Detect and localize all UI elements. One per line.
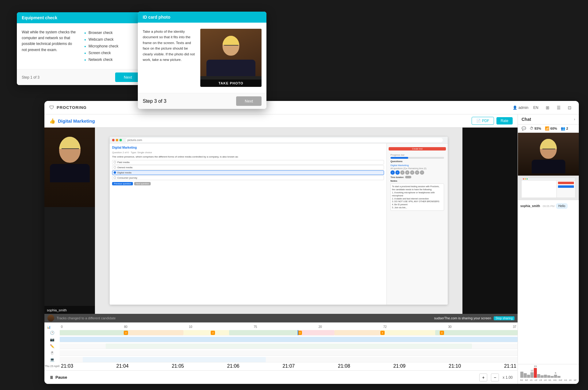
language-selector[interactable]: EN: [531, 106, 541, 110]
notif-stop-badge[interactable]: Stop sharing: [494, 316, 514, 320]
tl-numbers: 0 80 10 75 20 72 30 37: [60, 325, 518, 329]
bottom-bar: ⏸ Pause + − x 1.00: [44, 370, 518, 384]
bar-n1: [551, 376, 554, 378]
tl-time-2105: 21:05: [172, 363, 184, 369]
check-item-browser: Browser check: [84, 29, 141, 36]
stat-val-3: 2: [566, 127, 568, 130]
chat-inner-content: [522, 180, 575, 198]
bar-label-k1: k1: [548, 379, 551, 381]
pause-button[interactable]: ⏸ Pause: [49, 375, 67, 380]
progress-bar-container: [390, 157, 444, 159]
equipment-step: Step 1 of 3: [22, 75, 40, 80]
stat-val-2: 60%: [550, 127, 557, 130]
bar-c2-value: 12: [531, 369, 533, 372]
notification-bar: Tracks changed to a different candidate …: [44, 314, 518, 322]
chat-screen-inner: [518, 176, 579, 200]
top-nav: 🛡 PROCTORING 👤 admin EN ⊞ ☰ ⊡: [44, 101, 579, 114]
chat-chevron-icon[interactable]: ›: [574, 117, 575, 121]
tl-num-72: 72: [383, 325, 387, 329]
notif-avatar: [47, 315, 54, 321]
inner-option-1: Paid media: [112, 160, 384, 165]
equipment-check-modal: Equipment check Wait while the system ch…: [17, 12, 145, 85]
tl-current-line: [298, 330, 298, 336]
stat-count: 👥 2: [561, 126, 568, 131]
webcam-username: sophia_smith: [47, 308, 67, 312]
bar-c2: 12: [530, 369, 533, 378]
timeline-numbers-row: 📊 0 80 10 75 20 72 30 37: [44, 324, 518, 329]
tl-marker-4[interactable]: f: [380, 331, 385, 335]
check-item-screen: Screen check: [84, 50, 141, 56]
pdf-button[interactable]: 📄 PDF: [472, 117, 494, 125]
chat-time: 09:05 PM: [543, 205, 555, 208]
q-btn-5[interactable]: 5: [410, 170, 414, 175]
inner-btn-row: Previous question Next question: [112, 182, 384, 185]
tl-time-2108: 21:08: [338, 363, 350, 369]
q-btn-6[interactable]: 6: [415, 170, 419, 175]
bar-icon: 📶: [545, 126, 549, 131]
tl-marker-3[interactable]: f: [298, 331, 302, 335]
person-face: [223, 36, 239, 56]
tl-row-3: ✏️: [44, 343, 518, 350]
chat-inner-header: [522, 178, 575, 180]
tl-time-2107: 21:07: [282, 363, 295, 369]
user-icon: 👤: [513, 106, 517, 110]
stat-val-1: 93%: [534, 127, 541, 130]
inner-next-button[interactable]: Next question: [134, 182, 151, 185]
tl-marker-1[interactable]: f: [124, 331, 128, 335]
idcard-description: Take a photo of the identity document so…: [143, 29, 195, 87]
q-btn-7[interactable]: 7: [420, 170, 424, 175]
radio-4: [114, 176, 116, 179]
clock-icon: ⏱: [530, 126, 533, 131]
chat-inner-left: [522, 180, 557, 198]
check-item-webcam: Webcam check: [84, 36, 141, 43]
tl-icon-5: 💻: [44, 358, 60, 362]
expand-icon[interactable]: ⊡: [565, 103, 574, 112]
zoom-out-button[interactable]: −: [491, 373, 499, 381]
tl-track5-seg: [83, 357, 266, 362]
q-btn-3[interactable]: 3: [400, 170, 405, 175]
chat-dot-green: [526, 178, 528, 180]
main-panel: 👍 Digital Marketing 📄 PDF Rate: [44, 114, 518, 384]
q-btn-1[interactable]: 1: [390, 170, 395, 175]
idcard-next-button[interactable]: Next: [236, 96, 262, 106]
timer-toggle[interactable]: [405, 176, 411, 178]
bar-chart-container: 12 23: [520, 366, 576, 378]
wc-shoulders: [50, 164, 90, 182]
tl-camera-icon: 🕐: [44, 331, 60, 335]
rate-button[interactable]: Rate: [496, 117, 513, 124]
progress-bar-fill: [390, 157, 408, 159]
bar-b2: [524, 373, 527, 378]
person-face-glasses: [224, 45, 239, 49]
tl-time-axis: Thu 23 April 21:03 21:04 21:05 21:06 21:…: [44, 363, 518, 369]
equipment-next-button[interactable]: Next: [115, 72, 141, 82]
take-photo-button[interactable]: TAKE PHOTO: [200, 80, 262, 87]
bar-c3: 23: [534, 365, 537, 378]
bar-labels-row: b1 b2 c1 c2 c3 c4 k1 m1 m2 n1 s1 s2: [520, 378, 576, 381]
tl-seg-7: [380, 330, 435, 335]
zoom-in-button[interactable]: +: [479, 373, 487, 381]
fullscreen-icon[interactable]: ⊞: [543, 103, 552, 112]
equipment-modal-body: Wait while the system checks the compute…: [17, 23, 145, 69]
webcam-feed: sophia_smith: [44, 128, 95, 314]
stat-percentage2: 📶 60%: [545, 126, 557, 131]
tl-seg-3: [183, 330, 229, 335]
bar-c1: [527, 375, 530, 378]
q-btn-2[interactable]: 2: [395, 170, 400, 175]
people-icon: 👥: [561, 126, 565, 131]
stat-percentage1: ⏱ 93%: [530, 126, 541, 131]
idcard-title: ID card photo: [143, 15, 170, 20]
tl-marker-2[interactable]: f: [211, 331, 215, 335]
inner-create-button[interactable]: Create test: [389, 147, 446, 150]
bar-s2: [557, 376, 560, 378]
inner-prev-button[interactable]: Previous question: [112, 182, 133, 185]
layout-icon[interactable]: ☰: [554, 103, 563, 112]
bar-k1: [541, 375, 544, 378]
bar-label-m1: m1: [553, 379, 557, 381]
tl-time-2104: 21:04: [116, 363, 129, 369]
wc-glasses: [62, 148, 79, 153]
q-btn-4[interactable]: 4: [405, 170, 409, 175]
tl-marker-5[interactable]: f: [440, 331, 444, 335]
chat-stats: 💬 ⏱ 93% 📶 60% 👥 2: [518, 124, 579, 133]
bar-m2-bar: [547, 375, 550, 378]
chat-dot-yellow: [525, 178, 526, 180]
